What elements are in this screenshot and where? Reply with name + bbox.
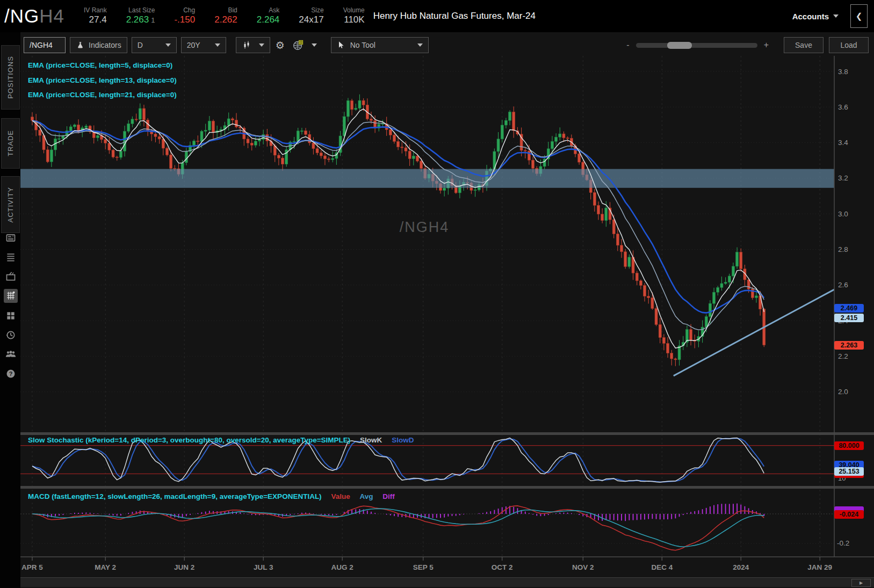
stat-last-size: Last Size 2.2631 bbox=[126, 7, 155, 25]
symbol-root: /NG bbox=[4, 5, 39, 26]
svg-text:/NGH4: /NGH4 bbox=[400, 219, 450, 235]
stat-size: Size 24x17 bbox=[299, 7, 323, 25]
ema13-label[interactable]: EMA (price=CLOSE, length=13, displace=0) bbox=[28, 73, 177, 88]
overbought-badge: 80.000 bbox=[834, 441, 864, 450]
chevron-down-icon bbox=[215, 43, 220, 47]
slowd-legend: SlowD bbox=[392, 436, 414, 444]
indicators-button[interactable]: Indicators bbox=[70, 37, 127, 53]
svg-text:JUN 2: JUN 2 bbox=[174, 563, 194, 571]
chevron-down-icon bbox=[833, 14, 839, 18]
stat-bid: Bid 2.262 bbox=[214, 7, 237, 25]
macd-avg-legend: Avg bbox=[359, 492, 373, 500]
svg-text:OCT 2: OCT 2 bbox=[492, 563, 513, 571]
symbol-input[interactable]: /NGH4 bbox=[24, 37, 66, 53]
help-icon[interactable]: ? bbox=[4, 367, 18, 381]
zoom-slider-thumb[interactable] bbox=[667, 42, 692, 49]
svg-text:-0.2: -0.2 bbox=[837, 539, 849, 547]
chart-scrollbar[interactable]: ▶ bbox=[20, 577, 874, 587]
svg-text:2.2: 2.2 bbox=[838, 352, 848, 360]
svg-text:JAN 29: JAN 29 bbox=[807, 563, 832, 571]
ema21-label[interactable]: EMA (price=CLOSE, length=21, displace=0) bbox=[28, 88, 177, 103]
macd-value-legend: Value bbox=[331, 492, 350, 500]
history-icon[interactable] bbox=[4, 328, 18, 342]
slowk-value-badge: 25.153 bbox=[834, 467, 864, 476]
charts-icon[interactable] bbox=[4, 289, 18, 303]
scroll-right-button[interactable]: ▶ bbox=[851, 579, 871, 587]
timeframe-dropdown[interactable]: D bbox=[132, 37, 177, 53]
svg-text:APR 5: APR 5 bbox=[21, 563, 43, 571]
symbol-title: /NGH4 bbox=[4, 5, 64, 27]
svg-text:2.6: 2.6 bbox=[838, 281, 848, 289]
macd-value-badge: -0.024 bbox=[834, 510, 864, 519]
candlestick-icon bbox=[242, 40, 251, 50]
ema5-label[interactable]: EMA (price=CLOSE, length=5, displace=0) bbox=[28, 58, 177, 73]
svg-text:2.8: 2.8 bbox=[838, 245, 848, 253]
svg-text:SEP 5: SEP 5 bbox=[413, 563, 434, 571]
cursor-icon bbox=[337, 41, 345, 49]
macd-label[interactable]: MACD (fastLength=12, slowLength=26, macd… bbox=[28, 492, 395, 500]
left-sidebar: POSITIONS TRADE ACTIVITY ? bbox=[0, 32, 20, 588]
ema13-price-badge: 2.415 bbox=[834, 314, 864, 322]
accounts-menu[interactable]: Accounts bbox=[792, 12, 839, 21]
ema21-price-badge: 2.469 bbox=[834, 304, 864, 313]
tv-icon[interactable] bbox=[4, 270, 18, 284]
stat-volume: Volume 110K bbox=[343, 7, 365, 25]
globe-grid-icon bbox=[292, 39, 304, 51]
range-dropdown[interactable]: 20Y bbox=[181, 37, 226, 53]
slowk-legend: SlowK bbox=[360, 436, 382, 444]
ema-study-labels: EMA (price=CLOSE, length=5, displace=0) … bbox=[28, 58, 177, 103]
svg-text:3.8: 3.8 bbox=[838, 68, 848, 76]
svg-text:3.0: 3.0 bbox=[838, 210, 848, 218]
stochastic-label[interactable]: Slow Stochastic (kPeriod=14, dPeriod=3, … bbox=[28, 436, 414, 444]
stat-iv-rank: IV Rank 27.4 bbox=[84, 7, 107, 25]
svg-text:?: ? bbox=[9, 371, 13, 377]
settings-gear-icon[interactable]: ⚙ bbox=[276, 39, 285, 52]
header: /NGH4 IV Rank 27.4 Last Size 2.2631 Chg … bbox=[0, 0, 874, 32]
last-price-badge: 2.263 bbox=[834, 341, 864, 350]
community-icon[interactable] bbox=[4, 347, 18, 361]
symbol-suffix: H4 bbox=[39, 5, 64, 26]
svg-text:3.6: 3.6 bbox=[838, 103, 848, 111]
grid-apps-icon[interactable] bbox=[4, 309, 18, 323]
svg-text:2.0: 2.0 bbox=[838, 388, 848, 396]
svg-text:MAY 2: MAY 2 bbox=[95, 563, 116, 571]
svg-text:JUL 3: JUL 3 bbox=[254, 563, 273, 571]
drawing-tool-dropdown[interactable]: No Tool bbox=[331, 37, 429, 53]
sidebar-tab-activity[interactable]: ACTIVITY bbox=[1, 176, 20, 233]
zoom-out-button[interactable]: - bbox=[626, 40, 629, 50]
trading-platform-window: /NGH43.83.63.43.23.02.82.62.42.22.08010-… bbox=[0, 0, 874, 588]
svg-text:3.4: 3.4 bbox=[838, 139, 848, 147]
load-button[interactable]: Load bbox=[829, 37, 869, 53]
zoom-in-button[interactable]: + bbox=[764, 40, 769, 50]
stat-chg: Chg -.150 bbox=[174, 7, 195, 25]
stat-ask: Ask 2.264 bbox=[257, 7, 280, 25]
svg-text:DEC 4: DEC 4 bbox=[651, 563, 673, 571]
chevron-down-icon bbox=[312, 43, 317, 47]
svg-text:3.2: 3.2 bbox=[838, 174, 848, 182]
svg-text:2024: 2024 bbox=[733, 563, 749, 571]
chevron-down-icon bbox=[259, 43, 264, 47]
svg-text:AUG 2: AUG 2 bbox=[331, 563, 353, 571]
chart-style-dropdown[interactable] bbox=[290, 37, 319, 53]
chevron-down-icon bbox=[417, 43, 423, 47]
save-button[interactable]: Save bbox=[784, 37, 824, 53]
instrument-title: Henry Hub Natural Gas Futures, Mar-24 bbox=[373, 11, 536, 21]
scroll-right-icon: ▶ bbox=[859, 580, 863, 585]
chart-type-dropdown[interactable] bbox=[236, 37, 270, 53]
collapse-panel-button[interactable]: ❮ bbox=[850, 4, 868, 28]
sidebar-tab-trade[interactable]: TRADE bbox=[1, 118, 20, 169]
sidebar-tab-positions[interactable]: POSITIONS bbox=[1, 45, 20, 110]
macd-diff-legend: Diff bbox=[382, 492, 395, 500]
chart-toolbar: /NGH4 Indicators D 20Y ⚙ No Tool - bbox=[20, 32, 874, 58]
svg-text:NOV 2: NOV 2 bbox=[572, 563, 594, 571]
flask-icon bbox=[76, 41, 85, 50]
chevron-down-icon bbox=[165, 43, 171, 47]
watchlist-icon[interactable] bbox=[4, 250, 18, 264]
zoom-control: - + bbox=[620, 40, 775, 50]
zoom-slider[interactable] bbox=[636, 43, 757, 48]
news-icon[interactable] bbox=[4, 231, 18, 245]
chevron-left-icon: ❮ bbox=[856, 11, 863, 21]
